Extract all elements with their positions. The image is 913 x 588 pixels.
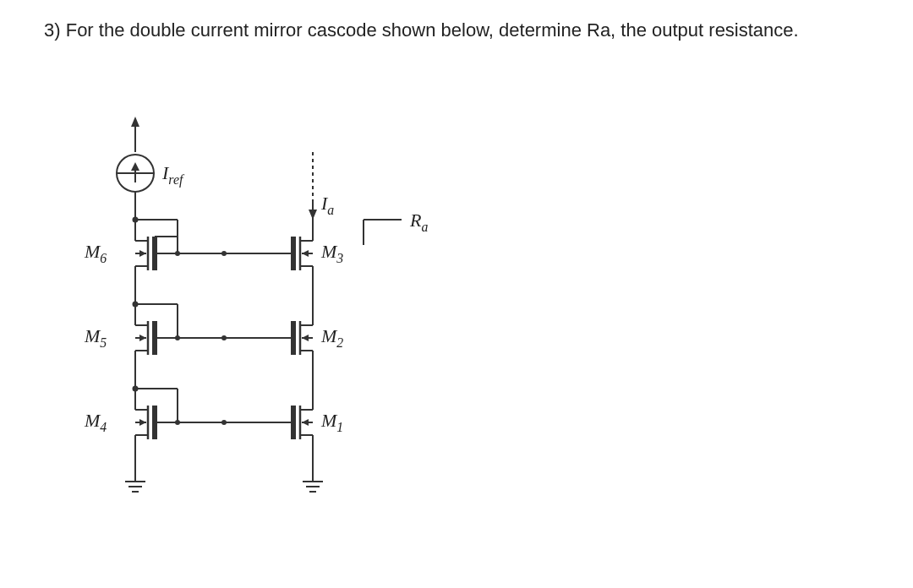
svg-point-77 — [221, 420, 227, 425]
label-m3: M3 — [321, 241, 343, 265]
svg-point-76 — [175, 420, 180, 425]
m2-symbol: M — [321, 325, 336, 346]
label-iref: Iref — [162, 162, 183, 187]
m2-sub: 2 — [336, 335, 343, 350]
label-m1: M1 — [321, 410, 343, 434]
ra-symbol: R — [410, 210, 421, 231]
svg-point-74 — [221, 335, 227, 340]
m6-sub: 6 — [100, 251, 107, 265]
ia-sub: a — [327, 203, 334, 217]
label-m2: M2 — [321, 325, 343, 350]
m5-symbol: M — [85, 325, 100, 346]
svg-point-73 — [175, 335, 180, 340]
m4-sub: 4 — [100, 420, 107, 434]
iref-sub: ref — [168, 172, 183, 187]
svg-point-70 — [175, 251, 180, 256]
svg-point-71 — [221, 251, 227, 256]
label-m6: M6 — [85, 241, 107, 265]
m1-sub: 1 — [336, 420, 343, 434]
label-ia: Ia — [321, 193, 334, 217]
m3-symbol: M — [321, 241, 336, 262]
m6-symbol: M — [85, 241, 100, 262]
question-text: 3) For the double current mirror cascode… — [44, 15, 799, 45]
m4-symbol: M — [85, 410, 100, 431]
question-body: For the double current mirror cascode sh… — [66, 19, 799, 41]
label-ra: Ra — [410, 210, 428, 234]
label-m4: M4 — [85, 410, 107, 434]
m3-sub: 3 — [336, 251, 343, 265]
circuit-diagram: Iref Ia Ra M6 M5 M4 M3 M2 M1 — [68, 101, 575, 574]
m5-sub: 5 — [100, 335, 107, 350]
ra-sub: a — [421, 220, 428, 234]
question-number: 3) — [44, 19, 61, 41]
m1-symbol: M — [321, 410, 336, 431]
label-m5: M5 — [85, 325, 107, 350]
